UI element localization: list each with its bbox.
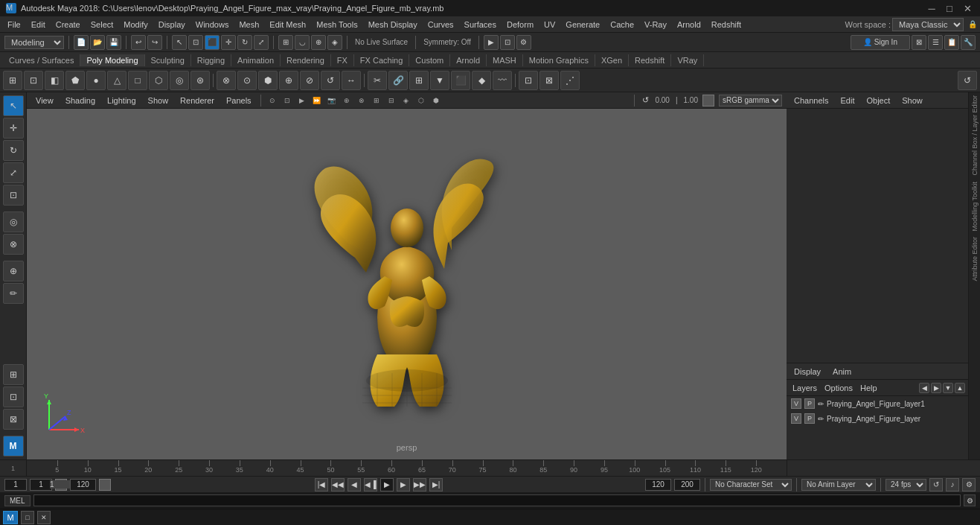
combine-button[interactable]: ⊞ — [3, 71, 22, 90]
paint-select-button[interactable]: ⬛ — [205, 35, 220, 50]
module-dropdown[interactable]: Modeling — [4, 36, 64, 49]
crease-button[interactable]: 〰 — [493, 71, 512, 90]
universal-tool-lt-button[interactable]: ⊡ — [3, 185, 24, 206]
scale-tool-lt-button[interactable]: ⤢ — [3, 162, 24, 183]
attribute-editor-edge-tab[interactable]: Attribute Editor — [970, 234, 979, 284]
next-frame-button[interactable]: ▶ — [397, 478, 410, 491]
move-tool-lt-button[interactable]: ✛ — [3, 118, 24, 139]
tab-fx[interactable]: FX — [331, 54, 354, 66]
timeline-ruler[interactable]: 5101520253035404550556065707580859095100… — [27, 460, 787, 477]
viewport-menu-panels[interactable]: Panels — [222, 95, 256, 106]
tab-xgen[interactable]: XGen — [595, 54, 629, 66]
reset-icon[interactable]: ↺ — [958, 71, 977, 90]
mirror-button[interactable]: ⬟ — [65, 71, 85, 90]
time-settings-button[interactable]: ⚙ — [962, 478, 976, 491]
render-ipr-button[interactable]: ⊡ — [500, 35, 515, 50]
rotate-tool-lt-button[interactable]: ↻ — [3, 140, 24, 161]
workspace-select[interactable]: Maya Classic — [892, 18, 964, 31]
prev-key-button[interactable]: ◀◀ — [331, 478, 345, 491]
lasso-select-button[interactable]: ⊡ — [188, 35, 203, 50]
layer-row-1[interactable]: V P ✏ Praying_Angel_Figure_layer1 — [787, 396, 968, 411]
menu-edit[interactable]: Edit — [27, 19, 50, 31]
layer-row-2[interactable]: V P ✏ Praying_Angel_Figure_layer — [787, 411, 968, 426]
current-frame-input[interactable] — [4, 479, 27, 491]
menu-edit-mesh[interactable]: Edit Mesh — [265, 19, 310, 31]
vp-icon-11[interactable]: ⬡ — [414, 94, 428, 107]
command-input[interactable] — [33, 494, 961, 506]
smooth-button[interactable]: ● — [86, 71, 106, 90]
tab-mash[interactable]: MASH — [487, 54, 523, 66]
snap-lt-button[interactable]: ⊕ — [3, 261, 24, 281]
open-scene-button[interactable]: 📂 — [90, 35, 105, 50]
viewport-menu-shading[interactable]: Shading — [61, 95, 100, 106]
next-key-button[interactable]: ▶▶ — [413, 478, 426, 491]
layer-nav-down[interactable]: ▼ — [943, 383, 953, 393]
channels-tab[interactable]: Channels — [791, 95, 831, 106]
attribute-editor-toggle-button[interactable]: 📋 — [944, 35, 959, 50]
select-tool-button[interactable]: ↖ — [172, 35, 187, 50]
menu-vray[interactable]: V-Ray — [640, 19, 671, 31]
show-tab[interactable]: Show — [899, 95, 926, 106]
channel-box-toggle-button[interactable]: ☰ — [928, 35, 943, 50]
fill-hole-button[interactable]: ⬡ — [149, 71, 168, 90]
vp-icon-8[interactable]: ⊞ — [370, 94, 383, 107]
menu-arnold[interactable]: Arnold — [673, 19, 705, 31]
menu-modify[interactable]: Modify — [119, 19, 152, 31]
undo-button[interactable]: ↩ — [131, 35, 146, 50]
menu-curves[interactable]: Curves — [423, 19, 458, 31]
viewport-menu-view[interactable]: View — [31, 95, 58, 106]
viewport-menu-renderer[interactable]: Renderer — [176, 95, 219, 106]
minimize-button[interactable]: ─ — [925, 2, 938, 14]
anim-layer-select[interactable]: No Anim Layer — [801, 479, 876, 491]
range-end-input[interactable] — [674, 479, 700, 491]
anim-tab[interactable]: Anim — [830, 366, 854, 378]
tab-sculpting[interactable]: Sculpting — [145, 54, 191, 66]
taskbar-app-icon[interactable]: M — [3, 511, 18, 524]
lasso-lt-button[interactable]: ⊗ — [3, 234, 24, 255]
save-scene-button[interactable]: 💾 — [106, 35, 121, 50]
playback-range-indicator[interactable] — [55, 479, 67, 491]
object-tab[interactable]: Object — [863, 95, 893, 106]
vp-icon-10[interactable]: ◈ — [400, 94, 413, 107]
layer-nav-right[interactable]: ▶ — [931, 383, 941, 393]
display-settings-button[interactable]: ⋰ — [560, 71, 580, 90]
tool-settings-toggle-button[interactable]: 🔧 — [961, 35, 976, 50]
channel-box-edge-tab[interactable]: Channel Box / Layer Editor — [970, 92, 979, 179]
new-scene-button[interactable]: 📄 — [74, 35, 89, 50]
taskbar-restore-button[interactable]: □ — [21, 511, 34, 524]
multi-cut-button[interactable]: ✂ — [368, 71, 387, 90]
append-poly-button[interactable]: ⬢ — [258, 71, 278, 90]
modeling-toolkit-edge-tab[interactable]: Modelling Toolkit — [970, 179, 979, 234]
menu-mesh[interactable]: Mesh — [234, 19, 263, 31]
render-settings-button[interactable]: ⚙ — [516, 35, 531, 50]
layers-options[interactable]: Layers — [790, 382, 820, 394]
sign-in-button[interactable]: 👤 Sign In — [851, 35, 910, 50]
loop-button[interactable]: ↺ — [929, 478, 943, 491]
viewport-menu-lighting[interactable]: Lighting — [103, 95, 141, 106]
play-back-button[interactable]: ◀▐ — [364, 478, 377, 491]
taskbar-close-button[interactable]: ✕ — [37, 511, 51, 524]
menu-select[interactable]: Select — [86, 19, 118, 31]
vp-icon-9[interactable]: ⊟ — [385, 94, 398, 107]
offset-loop-button[interactable]: ⊞ — [409, 71, 429, 90]
close-button[interactable]: ✕ — [961, 2, 974, 14]
end-frame-input[interactable] — [70, 479, 96, 491]
gamma-select[interactable]: sRGB gamma — [719, 95, 782, 106]
viewport-canvas[interactable]: X Y Z persp — [27, 109, 787, 459]
menu-cache[interactable]: Cache — [606, 19, 638, 31]
quick-layout-3-button[interactable]: ⊠ — [3, 409, 24, 430]
menu-generate[interactable]: Generate — [561, 19, 604, 31]
menu-file[interactable]: File — [3, 19, 25, 31]
vp-icon-1[interactable]: ⊙ — [266, 94, 279, 107]
menu-deform[interactable]: Deform — [502, 19, 538, 31]
quick-layout-button[interactable]: ⊞ — [3, 364, 24, 385]
vp-icon-2[interactable]: ⊡ — [281, 94, 294, 107]
menu-display[interactable]: Display — [154, 19, 190, 31]
bridge-button[interactable]: ⊙ — [237, 71, 257, 90]
tab-fx-caching[interactable]: FX Caching — [354, 54, 409, 66]
scale-button[interactable]: ⤢ — [254, 35, 269, 50]
prev-frame-button[interactable]: ◀ — [348, 478, 361, 491]
reduce-button[interactable]: ◎ — [170, 71, 189, 90]
layer-p-1[interactable]: P — [804, 398, 815, 409]
quick-select-sets-button[interactable]: ⊠ — [912, 35, 926, 50]
